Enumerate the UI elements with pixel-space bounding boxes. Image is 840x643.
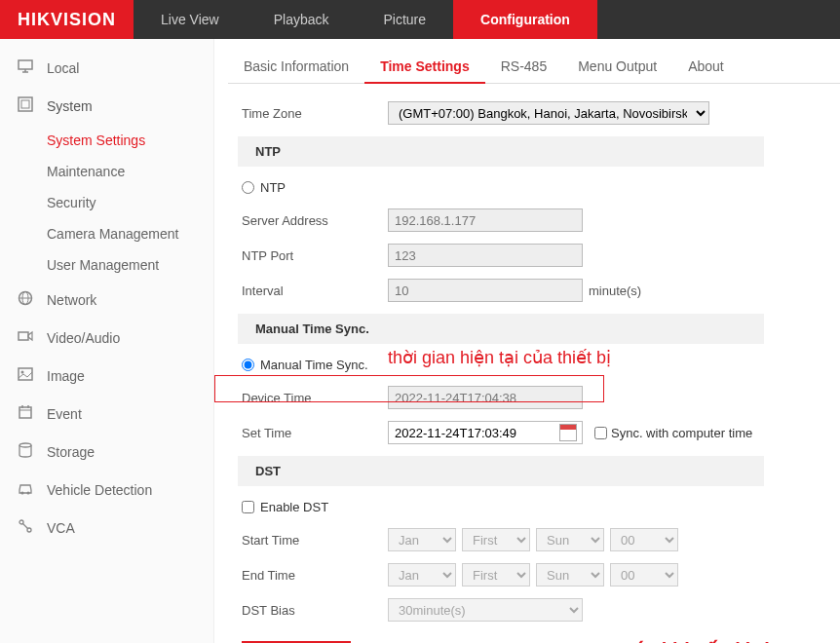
ntp-port-input[interactable] xyxy=(388,244,583,267)
svg-point-18 xyxy=(19,520,23,524)
sidebar-network[interactable]: Network xyxy=(0,281,213,319)
dst-bias-label: DST Bias xyxy=(242,603,388,618)
nav-liveview[interactable]: Live View xyxy=(134,0,247,39)
sidebar-local-label: Local xyxy=(47,60,79,76)
svg-point-19 xyxy=(27,528,31,532)
sidebar-storage[interactable]: Storage xyxy=(0,433,213,471)
end-hour-select[interactable]: 00 xyxy=(610,563,678,586)
sidebar-image-label: Image xyxy=(47,368,85,384)
svg-rect-11 xyxy=(19,407,31,418)
dst-section-header: DST xyxy=(238,456,764,486)
interval-label: Interval xyxy=(242,284,388,298)
image-icon xyxy=(18,366,37,385)
server-address-label: Server Address xyxy=(242,213,388,228)
nav-playback[interactable]: Playback xyxy=(247,0,357,39)
svg-point-15 xyxy=(19,443,31,447)
set-time-input[interactable] xyxy=(388,421,583,444)
sidebar-user-management[interactable]: User Management xyxy=(0,249,213,281)
sidebar-system[interactable]: System xyxy=(0,87,213,125)
logo-part2: VISION xyxy=(51,10,116,30)
calendar-icon[interactable] xyxy=(559,424,577,441)
car-icon xyxy=(18,480,37,499)
start-month-select[interactable]: Jan xyxy=(388,528,456,551)
globe-icon xyxy=(18,290,37,309)
sidebar-system-label: System xyxy=(47,98,93,114)
server-address-input[interactable] xyxy=(388,208,583,232)
nav-picture[interactable]: Picture xyxy=(357,0,454,39)
sidebar-vca[interactable]: VCA xyxy=(0,509,213,547)
start-day-select[interactable]: Sun xyxy=(536,528,604,551)
interval-unit: minute(s) xyxy=(589,284,641,298)
enable-dst-checkbox[interactable] xyxy=(242,501,254,513)
system-icon xyxy=(18,96,37,115)
svg-rect-8 xyxy=(19,332,28,340)
end-time-label: End Time xyxy=(242,568,388,583)
enable-dst-label: Enable DST xyxy=(260,500,328,514)
sidebar-security[interactable]: Security xyxy=(0,187,213,218)
sidebar-vehicle-detection-label: Vehicle Detection xyxy=(47,482,152,498)
tab-about[interactable]: About xyxy=(672,51,740,83)
sidebar-video-audio[interactable]: Video/Audio xyxy=(0,319,213,357)
start-week-select[interactable]: First xyxy=(462,528,530,551)
svg-rect-0 xyxy=(19,60,32,69)
red-highlight-box xyxy=(214,375,604,402)
set-time-label: Set Time xyxy=(242,426,388,440)
svg-line-20 xyxy=(23,524,28,529)
sidebar-network-label: Network xyxy=(47,292,96,308)
interval-input[interactable] xyxy=(388,279,583,302)
sidebar-event-label: Event xyxy=(47,406,82,422)
monitor-icon xyxy=(18,58,37,77)
tab-time-settings[interactable]: Time Settings xyxy=(364,51,485,84)
top-nav: Live View Playback Picture Configuration xyxy=(134,0,597,39)
start-time-label: Start Time xyxy=(242,533,388,548)
sidebar-video-audio-label: Video/Audio xyxy=(47,330,120,346)
dst-bias-select[interactable]: 30minute(s) xyxy=(388,598,583,622)
sync-computer-label: Sync. with computer time xyxy=(611,426,752,440)
top-bar: HIKVISION Live View Playback Picture Con… xyxy=(0,0,840,39)
end-month-select[interactable]: Jan xyxy=(388,563,456,586)
svg-point-16 xyxy=(21,492,24,495)
logo: HIKVISION xyxy=(0,0,134,39)
tab-basic-information[interactable]: Basic Information xyxy=(228,51,364,83)
logo-part1: HIK xyxy=(18,10,51,30)
ntp-radio[interactable] xyxy=(242,181,254,194)
annotation-device-time: thời gian hiện tại của thiết bị xyxy=(388,347,611,368)
svg-point-17 xyxy=(27,492,30,495)
manual-time-sync-label: Manual Time Sync. xyxy=(260,358,368,372)
ntp-section-header: NTP xyxy=(238,136,764,167)
start-hour-select[interactable]: 00 xyxy=(610,528,678,551)
video-icon xyxy=(18,328,37,347)
annotation-bottom: Trước khi cấu hình NTP xyxy=(602,638,821,643)
sidebar-vca-label: VCA xyxy=(47,520,75,536)
content-area: Basic Information Time Settings RS-485 M… xyxy=(214,39,840,643)
ntp-port-label: NTP Port xyxy=(242,248,388,263)
event-icon xyxy=(18,404,37,423)
svg-point-10 xyxy=(21,371,24,374)
manual-time-sync-radio[interactable] xyxy=(242,359,254,371)
sync-computer-checkbox[interactable] xyxy=(594,427,607,439)
vca-icon xyxy=(18,518,37,537)
timezone-select[interactable]: (GMT+07:00) Bangkok, Hanoi, Jakarta, Nov… xyxy=(388,101,709,125)
sidebar-image[interactable]: Image xyxy=(0,357,213,395)
sidebar-local[interactable]: Local xyxy=(0,49,213,87)
sidebar-maintenance[interactable]: Maintenance xyxy=(0,156,213,187)
end-day-select[interactable]: Sun xyxy=(536,563,604,586)
sub-tabs: Basic Information Time Settings RS-485 M… xyxy=(228,51,840,84)
sidebar-vehicle-detection[interactable]: Vehicle Detection xyxy=(0,471,213,509)
sidebar-storage-label: Storage xyxy=(47,444,95,460)
sidebar-event[interactable]: Event xyxy=(0,395,213,433)
sidebar: Local System System Settings Maintenance… xyxy=(0,39,214,643)
timezone-label: Time Zone xyxy=(242,106,388,121)
tab-rs485[interactable]: RS-485 xyxy=(485,51,562,83)
svg-rect-3 xyxy=(19,97,32,111)
sidebar-camera-management[interactable]: Camera Management xyxy=(0,218,213,249)
storage-icon xyxy=(18,442,37,461)
manual-section-header: Manual Time Sync. xyxy=(238,314,764,344)
svg-rect-4 xyxy=(21,100,29,108)
sidebar-system-settings[interactable]: System Settings xyxy=(0,125,213,156)
nav-configuration[interactable]: Configuration xyxy=(453,0,597,39)
end-week-select[interactable]: First xyxy=(462,563,530,586)
tab-menu-output[interactable]: Menu Output xyxy=(562,51,672,83)
ntp-radio-label: NTP xyxy=(260,180,286,195)
